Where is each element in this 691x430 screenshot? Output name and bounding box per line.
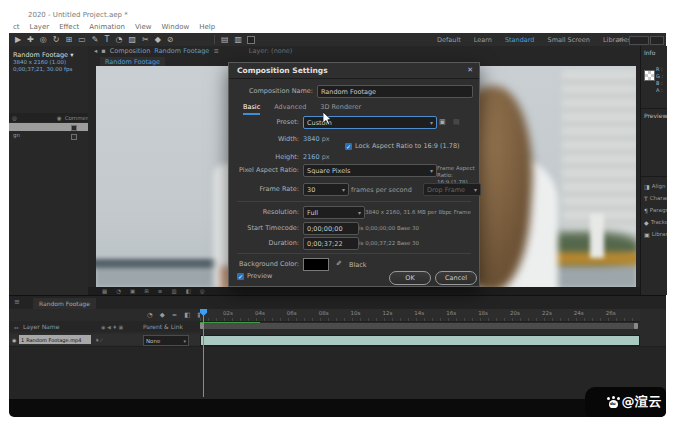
toolbar-extra-icon[interactable]: ▥ [235, 35, 243, 44]
tool-icon[interactable]: ✂ [142, 35, 149, 44]
timeline-toolbar-icon[interactable]: ◧ [184, 311, 190, 319]
timeline-toolbar-icon[interactable]: ◔ [147, 311, 153, 319]
tool-icon[interactable]: ⊘ [167, 35, 174, 44]
snapping-toggle[interactable] [247, 33, 258, 46]
composition-tab-name[interactable]: Random Footage [154, 47, 209, 55]
lock-aspect-checkbox[interactable]: ✓ [345, 143, 352, 150]
viewer-control-icon[interactable]: ◎ [200, 288, 205, 294]
tab-left-icon[interactable]: ◂ [94, 47, 97, 55]
viewer-control-icon[interactable]: ≡ [158, 288, 163, 294]
menu-item[interactable]: View [135, 23, 152, 31]
viewer-control-icon[interactable]: ▦ [102, 288, 107, 294]
work-area-end-handle[interactable] [634, 323, 638, 329]
snapping-checkbox[interactable] [247, 36, 255, 44]
viewer-control-icon[interactable]: ▥ [171, 288, 176, 294]
info-panel-title[interactable]: Info [644, 49, 655, 56]
layer-tab[interactable]: Layer: (none) [249, 47, 293, 55]
tool-icon[interactable]: ↻ [53, 35, 60, 44]
tool-icon[interactable]: ▶ [15, 35, 21, 44]
tool-icon[interactable]: ▭ [78, 35, 86, 44]
pixel-aspect-ratio-dropdown[interactable]: Square Pixels ▾ [303, 164, 437, 177]
panel-menu-icon[interactable]: ≡ [14, 298, 20, 306]
menu-item[interactable]: Animation [89, 23, 125, 31]
save-preset-icon[interactable]: ▣ [439, 118, 446, 126]
workspace-tab[interactable]: Small Screen [548, 36, 590, 44]
menu-item-cropped[interactable]: ct [13, 23, 20, 31]
layer-name-cell[interactable]: 1 Random Footage.mp4 [19, 335, 91, 344]
workspace-overflow-icon[interactable]: ≫ [617, 36, 624, 44]
work-area-bar[interactable] [200, 323, 638, 329]
composition-name-input[interactable]: Random Footage [317, 85, 473, 98]
toolbar-extra-icon[interactable]: ▤ [221, 35, 229, 44]
tool-icon[interactable]: ◔ [115, 35, 122, 44]
tool-icon[interactable]: ✚ [27, 35, 34, 44]
tab-basic[interactable]: Basic [243, 103, 260, 115]
ruler-label: 24s [563, 310, 595, 316]
dialog-titlebar[interactable]: Composition Settings ✕ [229, 63, 479, 79]
workspace-search-box[interactable] [629, 36, 649, 45]
timeline-tab[interactable]: Random Footage [33, 298, 96, 309]
window-title: 2020 - Untitled Project.aep * [28, 11, 128, 19]
viewer-control-icon[interactable]: ⊞ [144, 288, 149, 294]
timeline-toolbar-icon[interactable]: ◆ [160, 311, 165, 319]
frame-rate-dropdown[interactable]: 30 ▾ [303, 183, 349, 196]
viewer-control-icon[interactable]: ◔ [116, 288, 121, 294]
height-value[interactable]: 2160 [303, 153, 320, 161]
menu-item[interactable]: Effect [59, 23, 79, 31]
start-timecode-field[interactable]: 0;00;00;00 [303, 222, 359, 235]
project-row-checkbox[interactable] [71, 134, 77, 140]
drop-frame-dropdown: Drop Frame ▾ [423, 183, 481, 196]
tool-icon[interactable]: ▨ [128, 35, 136, 44]
background-color-swatch[interactable] [303, 258, 329, 271]
workspace-tab[interactable]: Default [437, 36, 461, 44]
panel-menu-icon[interactable]: ≡ [213, 47, 218, 55]
menu-item[interactable]: Help [199, 23, 215, 31]
resolution-note: 3840 x 2160, 31.6 MB per 8bpc Frame [365, 209, 477, 216]
menu-item[interactable]: Window [162, 23, 190, 31]
tab-advanced[interactable]: Advanced [274, 103, 306, 115]
tool-icon[interactable]: ⊞ [66, 35, 73, 44]
playhead-line[interactable] [203, 312, 204, 397]
chevron-down-icon: ▾ [342, 186, 345, 193]
workspace-tab[interactable]: Learn [474, 36, 492, 44]
ok-button[interactable]: OK [389, 271, 431, 285]
project-row-checkbox[interactable] [71, 125, 77, 131]
duration-field[interactable]: 0;00;37;22 [303, 237, 359, 250]
menu-item[interactable]: Layer [30, 23, 50, 31]
eye-icon[interactable]: ◉ [12, 337, 16, 343]
viewer-control-icon[interactable]: ◧ [186, 288, 191, 294]
search-icon[interactable]: ◎ [12, 115, 17, 121]
layer-duration-bar[interactable] [200, 335, 640, 346]
resolution-dropdown[interactable]: Full ▾ [303, 206, 365, 219]
preview-panel-title[interactable]: Preview [644, 112, 667, 119]
window-titlebar: 2020 - Untitled Project.aep * [9, 9, 666, 22]
layer-name-header[interactable]: Layer Name [23, 323, 59, 330]
caret-down-icon[interactable]: ▾ [70, 51, 73, 59]
time-ruler[interactable]: 02s04s06s08s10s12s14s16s18s20s22s24s26s [200, 309, 640, 322]
panel-tab[interactable]: ◆ Tracker [641, 218, 667, 226]
workspace-tab[interactable]: Standard [505, 36, 535, 44]
panel-tab[interactable]: ▣ Libraries [641, 230, 667, 238]
tool-icon[interactable]: ✎ [92, 35, 99, 44]
close-icon[interactable]: ✕ [467, 66, 473, 74]
panel-tab[interactable]: ¶ Paragraph [641, 206, 667, 214]
panel-divider [641, 108, 667, 109]
viewer-control-icon[interactable]: ▣ [130, 288, 135, 294]
layer-switches[interactable]: ♦ ⁄ [95, 337, 102, 343]
delete-preset-icon[interactable]: ▤ [453, 118, 460, 126]
tool-icon[interactable]: T [105, 35, 110, 44]
toolbar-end-button[interactable] [650, 36, 664, 45]
preview-checkbox[interactable]: ✓ [237, 273, 244, 280]
eyedropper-icon[interactable]: ✎ [334, 260, 342, 266]
parent-dropdown[interactable]: None ▾ [143, 335, 189, 346]
timeline-toolbar-icon[interactable]: ≈ [172, 311, 177, 319]
cancel-button[interactable]: Cancel [435, 271, 477, 285]
project-item-title[interactable]: Random Footage ▾ [13, 51, 73, 59]
parent-link-header[interactable]: Parent & Link [143, 323, 183, 330]
composition-tab-prefix[interactable]: Composition [110, 47, 151, 55]
tool-icon[interactable]: ◆ [155, 35, 161, 44]
panel-tab[interactable]: T Character [641, 194, 667, 202]
panel-tab[interactable]: ◨ Align [641, 182, 667, 190]
layer-row[interactable]: ◉ 1 Random Footage.mp4 ♦ ⁄ None ▾ [9, 334, 200, 345]
tool-icon[interactable]: ◎ [40, 35, 47, 44]
